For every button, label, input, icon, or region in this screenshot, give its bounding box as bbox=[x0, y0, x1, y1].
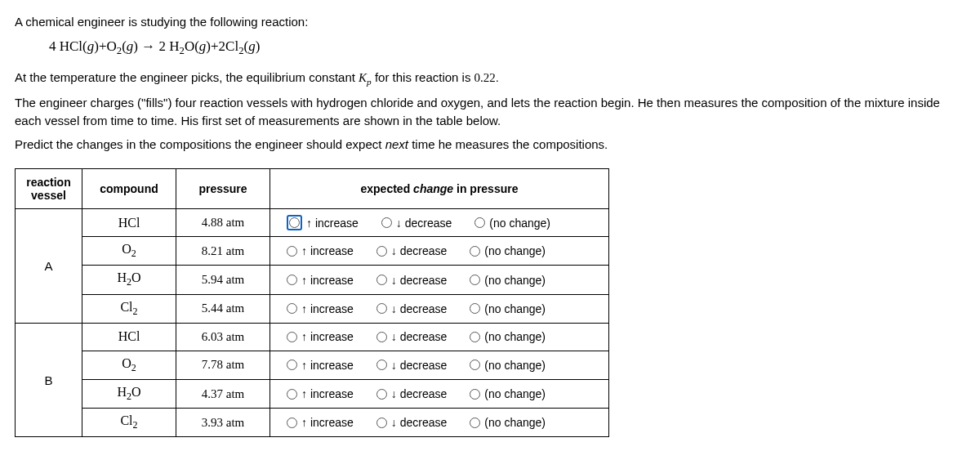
option-nochange-label: (no change) bbox=[484, 416, 546, 429]
option-decrease[interactable]: ↓ decrease bbox=[376, 274, 447, 287]
expected-cell: ↑ increase ↓ decrease (no change) bbox=[270, 323, 609, 351]
option-increase[interactable]: ↑ increase bbox=[287, 244, 354, 257]
option-nochange[interactable]: (no change) bbox=[470, 244, 546, 257]
option-increase[interactable]: ↑ increase bbox=[287, 416, 354, 429]
option-decrease-label: ↓ decrease bbox=[396, 217, 452, 230]
intro-line-1: A chemical engineer is studying the foll… bbox=[15, 13, 965, 32]
radio-increase[interactable] bbox=[287, 275, 297, 285]
header-vessel: reaction vessel bbox=[16, 169, 82, 209]
radio-nochange[interactable] bbox=[474, 217, 485, 228]
expected-cell: ↑ increase ↓ decrease (no change) bbox=[270, 209, 609, 237]
option-decrease[interactable]: ↓ decrease bbox=[381, 217, 452, 230]
option-increase[interactable]: ↑ increase bbox=[287, 215, 359, 230]
option-nochange-label: (no change) bbox=[484, 244, 546, 257]
compound-cell: O2 bbox=[82, 237, 176, 266]
option-decrease-label: ↓ decrease bbox=[391, 244, 447, 257]
table-row: H2O5.94 atm ↑ increase ↓ decrease (no ch… bbox=[16, 266, 609, 294]
radio-nochange[interactable] bbox=[470, 275, 480, 285]
radio-increase[interactable] bbox=[287, 246, 297, 257]
compound-cell: HCl bbox=[82, 209, 176, 237]
radio-decrease[interactable] bbox=[376, 246, 387, 257]
expected-cell: ↑ increase ↓ decrease (no change) bbox=[270, 266, 609, 294]
header-compound: compound bbox=[82, 169, 176, 209]
reaction-equation: 4 HCl(g)+O2(g) → 2 H2O(g)+2Cl2(g) bbox=[49, 38, 965, 57]
radio-nochange[interactable] bbox=[470, 360, 480, 370]
radio-increase[interactable] bbox=[287, 389, 297, 400]
option-decrease[interactable]: ↓ decrease bbox=[376, 387, 447, 400]
radio-nochange[interactable] bbox=[470, 246, 480, 257]
pressure-cell: 7.78 atm bbox=[176, 351, 270, 379]
option-nochange[interactable]: (no change) bbox=[474, 217, 550, 230]
option-decrease-label: ↓ decrease bbox=[391, 302, 447, 315]
compound-cell: O2 bbox=[82, 351, 176, 379]
option-nochange[interactable]: (no change) bbox=[470, 359, 546, 372]
option-nochange[interactable]: (no change) bbox=[470, 274, 546, 287]
option-increase[interactable]: ↑ increase bbox=[287, 387, 354, 400]
pressure-cell: 8.21 atm bbox=[176, 237, 270, 266]
table-row: AHCl4.88 atm ↑ increase ↓ decrease (no c… bbox=[16, 209, 609, 237]
option-increase[interactable]: ↑ increase bbox=[287, 359, 354, 372]
option-increase-label: ↑ increase bbox=[301, 416, 354, 429]
option-nochange[interactable]: (no change) bbox=[470, 387, 546, 400]
intro-line-2: At the temperature the engineer picks, t… bbox=[15, 69, 965, 89]
option-nochange-label: (no change) bbox=[484, 302, 546, 315]
radio-decrease[interactable] bbox=[376, 275, 387, 285]
radio-increase[interactable] bbox=[289, 217, 300, 228]
radio-decrease[interactable] bbox=[376, 332, 387, 342]
radio-increase[interactable] bbox=[287, 303, 297, 314]
table-row: Cl25.44 atm ↑ increase ↓ decrease (no ch… bbox=[16, 294, 609, 323]
radio-nochange[interactable] bbox=[470, 389, 480, 400]
table-row: Cl23.93 atm ↑ increase ↓ decrease (no ch… bbox=[16, 409, 609, 437]
option-decrease[interactable]: ↓ decrease bbox=[376, 302, 447, 315]
option-decrease[interactable]: ↓ decrease bbox=[376, 244, 447, 257]
option-increase-label: ↑ increase bbox=[301, 359, 354, 372]
radio-decrease[interactable] bbox=[376, 389, 387, 400]
radio-nochange[interactable] bbox=[470, 303, 480, 314]
expected-cell: ↑ increase ↓ decrease (no change) bbox=[270, 380, 609, 409]
radio-increase[interactable] bbox=[287, 360, 297, 370]
option-increase[interactable]: ↑ increase bbox=[287, 330, 354, 343]
pressure-cell: 4.88 atm bbox=[176, 209, 270, 237]
expected-cell: ↑ increase ↓ decrease (no change) bbox=[270, 409, 609, 437]
intro-line-3: The engineer charges ("fills") four reac… bbox=[15, 94, 965, 131]
vessel-cell: B bbox=[16, 323, 82, 437]
option-decrease-label: ↓ decrease bbox=[391, 416, 447, 429]
option-nochange-label: (no change) bbox=[484, 274, 546, 287]
option-nochange[interactable]: (no change) bbox=[470, 416, 546, 429]
option-decrease[interactable]: ↓ decrease bbox=[376, 416, 447, 429]
option-nochange[interactable]: (no change) bbox=[470, 330, 546, 343]
radio-increase[interactable] bbox=[287, 418, 297, 428]
compound-cell: H2O bbox=[82, 266, 176, 294]
header-pressure: pressure bbox=[176, 169, 270, 209]
option-decrease[interactable]: ↓ decrease bbox=[376, 330, 447, 343]
option-increase-label: ↑ increase bbox=[301, 274, 354, 287]
vessel-cell: A bbox=[16, 209, 82, 324]
compound-cell: Cl2 bbox=[82, 409, 176, 437]
pressure-cell: 5.44 atm bbox=[176, 294, 270, 323]
radio-nochange[interactable] bbox=[470, 332, 480, 342]
option-increase[interactable]: ↑ increase bbox=[287, 302, 354, 315]
option-nochange-label: (no change) bbox=[489, 217, 550, 230]
header-expected: expected change in pressure bbox=[270, 169, 609, 209]
table-row: O27.78 atm ↑ increase ↓ decrease (no cha… bbox=[16, 351, 609, 379]
composition-table: reaction vessel compound pressure expect… bbox=[15, 168, 609, 437]
compound-cell: HCl bbox=[82, 323, 176, 351]
radio-decrease[interactable] bbox=[376, 360, 387, 370]
radio-decrease[interactable] bbox=[376, 418, 387, 428]
radio-increase[interactable] bbox=[287, 332, 297, 342]
option-nochange-label: (no change) bbox=[484, 359, 546, 372]
radio-nochange[interactable] bbox=[470, 418, 480, 428]
option-decrease[interactable]: ↓ decrease bbox=[376, 359, 447, 372]
radio-decrease[interactable] bbox=[376, 303, 387, 314]
option-nochange[interactable]: (no change) bbox=[470, 302, 546, 315]
option-increase-label: ↑ increase bbox=[301, 244, 354, 257]
option-nochange-label: (no change) bbox=[484, 330, 546, 343]
pressure-cell: 6.03 atm bbox=[176, 323, 270, 351]
pressure-cell: 3.93 atm bbox=[176, 409, 270, 437]
option-decrease-label: ↓ decrease bbox=[391, 274, 447, 287]
option-increase-label: ↑ increase bbox=[301, 302, 354, 315]
option-increase-label: ↑ increase bbox=[301, 387, 354, 400]
option-increase-label: ↑ increase bbox=[306, 217, 359, 230]
radio-decrease[interactable] bbox=[381, 217, 392, 228]
option-increase[interactable]: ↑ increase bbox=[287, 274, 354, 287]
